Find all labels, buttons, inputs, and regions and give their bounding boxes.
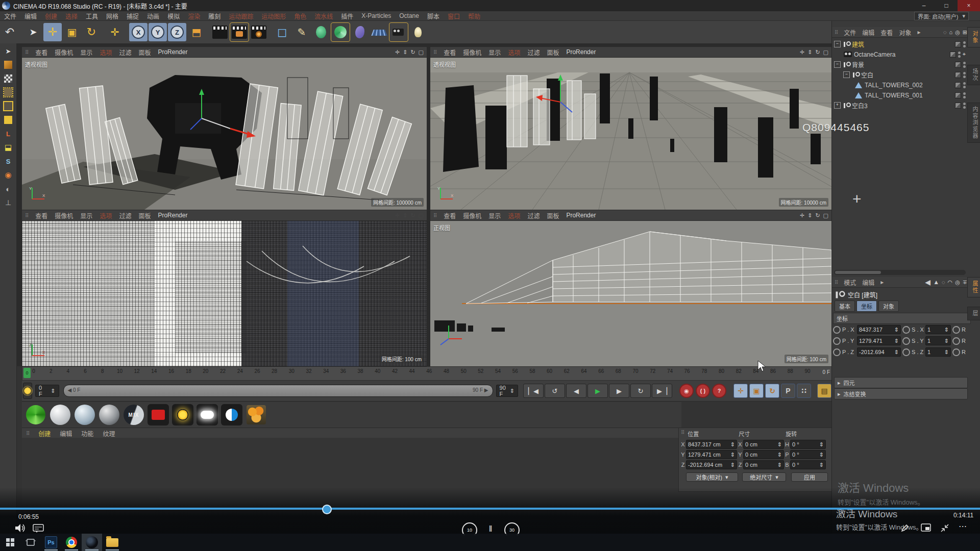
am-menu-edit[interactable]: 编辑 [859,278,877,287]
vp-menu-panel[interactable]: 面板 [135,211,154,220]
material-flowers[interactable] [246,404,267,425]
vp-menu-prorender[interactable]: ProRender [154,212,191,219]
viewport-top[interactable]: ⠿ 查看 摄像机 显示 选项 过滤 面板 ProRender ✛ ⇕ ↻ ▢ [22,210,427,366]
key-ring-icon[interactable] [952,348,960,356]
expand-icon[interactable]: + [834,102,841,109]
grip-icon[interactable]: ⠿ [835,30,838,35]
menu-simulate[interactable]: 模拟 [163,12,184,20]
keyframe-selection-button[interactable]: ? [712,384,726,398]
vp-menu-panel[interactable]: 面板 [543,211,562,220]
video-progress-knob[interactable] [322,505,332,514]
spline-pen-button[interactable]: ✎ [292,23,311,41]
quaternion-fold[interactable]: ▸ 四元 [834,377,968,388]
history-forward-icon[interactable]: ▲ [933,279,939,286]
goto-end-button[interactable]: ▶▕ [652,384,672,398]
menu-character[interactable]: 角色 [290,12,310,20]
vp-menu-panel[interactable]: 面板 [543,48,562,57]
maximize-button[interactable]: □ [935,0,958,11]
material-xparticles[interactable] [25,404,46,425]
stepper-icon[interactable]: ⇕ [944,349,949,356]
grip-icon[interactable]: ⠿ [433,49,437,55]
tweak-mode-button[interactable]: ➤ [2,45,15,57]
position-z-field[interactable]: -2012.694 cm⇕ [686,460,737,469]
vp-menu-display[interactable]: 显示 [77,211,96,220]
add-panel-icon[interactable]: ⊞ [963,29,967,36]
material-white[interactable] [50,404,71,425]
size-z-field[interactable]: 0 cm⇕ [743,460,784,469]
render-picture-viewer-button[interactable] [230,23,249,41]
start-button[interactable] [0,534,20,551]
pan-view-icon[interactable]: ✛ [395,212,400,219]
vp-menu-prorender[interactable]: ProRender [562,48,599,56]
toggle-view-icon[interactable]: ▢ [419,212,424,219]
layer-icon[interactable] [955,103,961,109]
zoom-view-icon[interactable]: ⇕ [807,212,812,219]
timeline-panel-button[interactable]: ▤ [817,384,831,398]
model-mode-button[interactable] [2,59,15,71]
stepper-icon[interactable]: ⇕ [730,452,735,458]
vp-menu-prorender[interactable]: ProRender [562,212,599,219]
rotate-tool-button[interactable]: ↻ [82,23,101,41]
key-ring-icon[interactable] [902,348,910,356]
play-backwards-button[interactable]: ↺ [545,384,565,398]
points-mode-button[interactable] [2,86,15,98]
coord-mode-dropdown[interactable]: 对象(相对)▾ [686,472,738,482]
viewport-perspective-2[interactable]: ⠿ 查看 摄像机 显示 选项 过滤 面板 ProRender ✛ ⇕ ↻ ▢ 透… [430,47,831,210]
collapse-icon[interactable]: − [834,41,841,47]
layer-icon[interactable] [955,92,961,98]
vp-menu-camera[interactable]: 摄像机 [459,211,485,220]
viewport-perspective-1[interactable]: ⠿ 查看 摄像机 显示 选项 过滤 面板 ProRender ✛ ⇕ ↻ ▢ 透… [22,47,427,210]
vp-menu-filter[interactable]: 过滤 [524,48,543,57]
key-ring-icon[interactable] [952,326,960,334]
grip-icon[interactable]: ⠿ [25,213,29,218]
layer-icon[interactable] [955,72,961,78]
autokey-button[interactable]: ( ) [696,384,710,398]
grip-icon[interactable]: ⠿ [26,431,30,436]
menu-mograph[interactable]: 运动图形 [257,12,290,20]
sx-field[interactable]: 1⇕ [925,325,951,334]
pz-field[interactable]: -2012.694⇕ [857,347,901,357]
menu-tools[interactable]: 工具 [82,12,102,20]
size-y-field[interactable]: 0 cm⇕ [743,450,784,459]
previous-frame-button[interactable]: ◀ [566,384,586,398]
toggle-view-icon[interactable]: ▢ [823,212,828,219]
field-button[interactable] [351,23,369,41]
lock-x-axis-button[interactable]: X [129,23,148,41]
vp-menu-filter[interactable]: 过滤 [115,48,135,57]
preview-range-slider[interactable]: ◀ 0 F 90 F ▶ [63,385,493,397]
key-ring-icon[interactable] [902,337,910,345]
toggle-view-icon[interactable]: ▢ [823,49,828,56]
key-ring-icon[interactable] [952,337,960,345]
om-menu-view[interactable]: 查看 [877,28,896,37]
viewport-solo-button[interactable]: ◐ [2,183,15,195]
menu-window[interactable]: 窗口 [444,12,464,20]
menu-select[interactable]: 选择 [61,12,82,20]
stepper-icon[interactable]: ⇕ [510,388,514,394]
rotation-p-field[interactable]: 0 °⇕ [790,450,826,459]
visibility-dots[interactable] [963,82,966,88]
toggle-view-icon[interactable]: ▢ [419,49,424,56]
coordinates-section-header[interactable]: 坐标 [833,313,971,324]
material-mix[interactable]: MIX [123,404,144,425]
scale-tool-button[interactable]: ▣ [63,23,81,41]
stepper-icon[interactable]: ⇕ [730,441,735,448]
record-keyframe-button[interactable]: ◉ [679,384,694,398]
vp-menu-filter[interactable]: 过滤 [524,211,543,220]
camera-button[interactable] [389,23,408,41]
tab-attributes[interactable]: 属性 [967,277,980,297]
layout-dropdown[interactable]: 界面: 启动(用户) ▾ [914,12,969,20]
om-horizontal-scrollbar[interactable] [834,270,966,275]
mm-menu-create[interactable]: 创建 [34,429,55,438]
vp-menu-options[interactable]: 选项 [504,48,524,57]
object-row-kongbai3[interactable]: + 空白3 [834,101,968,110]
pan-view-icon[interactable]: ✛ [395,49,400,56]
vp-menu-view[interactable]: 查看 [32,48,51,57]
stepper-icon[interactable]: ⇕ [730,462,735,468]
volume-button[interactable] [14,523,26,533]
key-ring-icon[interactable] [833,326,841,334]
sy-field[interactable]: 1⇕ [925,336,951,345]
polygons-mode-button[interactable] [2,114,15,126]
stepper-icon[interactable]: ⇕ [894,349,899,356]
menu-snap[interactable]: 捕捉 [122,12,143,20]
stepper-icon[interactable]: ⇕ [819,452,824,458]
